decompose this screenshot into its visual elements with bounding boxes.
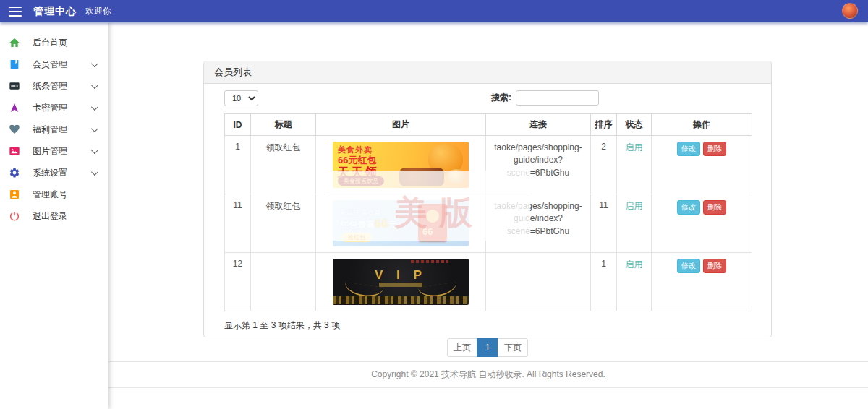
page-size-select[interactable]: 10 <box>224 90 258 106</box>
watermark-text: 美版 <box>394 191 484 236</box>
cell-title <box>251 253 316 311</box>
user-avatar[interactable] <box>842 3 858 19</box>
delete-button[interactable]: 删除 <box>703 259 726 273</box>
pagination-prev[interactable]: 上页 <box>447 338 477 357</box>
sidebar-item-label: 退出登录 <box>33 210 109 223</box>
cell-link <box>486 253 591 311</box>
welfare-icon <box>9 124 20 135</box>
header-link: 连接 <box>486 114 591 136</box>
status-enabled[interactable]: 启用 <box>626 201 643 211</box>
table-row: 12 V I P <box>225 253 752 311</box>
sidebar-item-admin-account[interactable]: 管理账号 <box>0 184 109 205</box>
pagination: 上页1下页 <box>224 338 751 357</box>
image-preview-overlay: 美版 <box>326 171 530 241</box>
sidebar-item-logout[interactable]: 退出登录 <box>0 205 109 227</box>
sidebar-item-card-keys[interactable]: 卡密管理 <box>0 97 109 119</box>
cell-image: V I P <box>316 253 486 311</box>
sidebar-item-members[interactable]: 会员管理 <box>0 53 109 75</box>
card-key-icon <box>9 102 20 113</box>
cell-actions: 修改删除 <box>652 194 752 253</box>
copyright-text: Copyright © 2021 技术导航 自动秒收录. All Rights … <box>371 369 605 381</box>
cell-id: 11 <box>225 194 251 253</box>
cell-title: 领取红包 <box>251 136 316 194</box>
welcome-text: 欢迎你 <box>85 5 111 17</box>
red-marks-graphic <box>411 260 448 263</box>
sidebar-item-dashboard[interactable]: 后台首页 <box>0 32 109 53</box>
pagination-next[interactable]: 下页 <box>498 338 528 357</box>
gold-flourish-graphic <box>333 296 469 304</box>
edit-button[interactable]: 修改 <box>677 259 700 273</box>
home-icon <box>9 37 20 48</box>
menu-toggle-icon[interactable] <box>9 7 22 17</box>
header-status: 状态 <box>617 114 652 136</box>
status-enabled[interactable]: 启用 <box>626 259 643 270</box>
search-label: 搜索: <box>491 92 511 104</box>
sidebar: 后台首页 会员管理 纸条管理 卡密管理 福利管理 图片管理 系统设置 管理账号 … <box>0 22 109 409</box>
search-input[interactable] <box>516 90 599 106</box>
header-sort: 排序 <box>591 114 617 136</box>
notes-icon <box>9 80 20 92</box>
main-content: 会员列表 10 搜索: ID 标题 <box>109 22 868 409</box>
header-actions: 操作 <box>652 114 752 136</box>
edit-button[interactable]: 修改 <box>677 200 700 215</box>
edit-button[interactable]: 修改 <box>677 142 700 156</box>
gold-subtitle-graphic <box>379 283 422 287</box>
header-id: ID <box>225 114 251 136</box>
members-icon <box>9 59 20 70</box>
delete-button[interactable]: 删除 <box>703 200 726 215</box>
pagination-page-1[interactable]: 1 <box>477 338 498 357</box>
cell-sort: 11 <box>591 194 617 253</box>
settings-icon <box>9 167 20 178</box>
footer: Copyright © 2021 技术导航 自动秒收录. All Rights … <box>109 361 868 388</box>
top-navbar: 管理中心 欢迎你 <box>0 0 868 22</box>
logout-icon <box>9 210 20 222</box>
cell-actions: 修改删除 <box>652 253 752 311</box>
cell-title: 领取红包 <box>251 194 316 253</box>
sidebar-item-notes[interactable]: 纸条管理 <box>0 75 109 97</box>
sidebar-item-images[interactable]: 图片管理 <box>0 140 109 162</box>
cell-id: 12 <box>225 253 251 311</box>
table-toolbar: 10 搜索: <box>224 90 751 108</box>
cell-sort: 1 <box>591 253 617 311</box>
cell-id: 1 <box>225 136 251 194</box>
results-summary: 显示第 1 至 3 项结果，共 3 项 <box>224 319 751 332</box>
header-image: 图片 <box>316 114 486 136</box>
cell-actions: 修改删除 <box>652 136 752 194</box>
sidebar-item-welfare[interactable]: 福利管理 <box>0 119 109 140</box>
search-group: 搜索: <box>491 90 599 106</box>
panel-title: 会员列表 <box>204 61 771 84</box>
sidebar-item-label: 管理账号 <box>33 189 109 201</box>
images-icon <box>9 145 20 157</box>
account-icon <box>9 189 20 200</box>
status-enabled[interactable]: 启用 <box>626 142 643 152</box>
sidebar-item-label: 后台首页 <box>33 37 109 49</box>
table-header-row: ID 标题 图片 连接 排序 状态 操作 <box>225 114 752 136</box>
app-title: 管理中心 <box>33 5 77 18</box>
delete-button[interactable]: 删除 <box>703 142 726 156</box>
header-title: 标题 <box>251 114 316 136</box>
cell-sort: 2 <box>591 136 617 194</box>
sidebar-item-settings[interactable]: 系统设置 <box>0 162 109 184</box>
vip-black-banner-image: V I P <box>333 259 469 305</box>
